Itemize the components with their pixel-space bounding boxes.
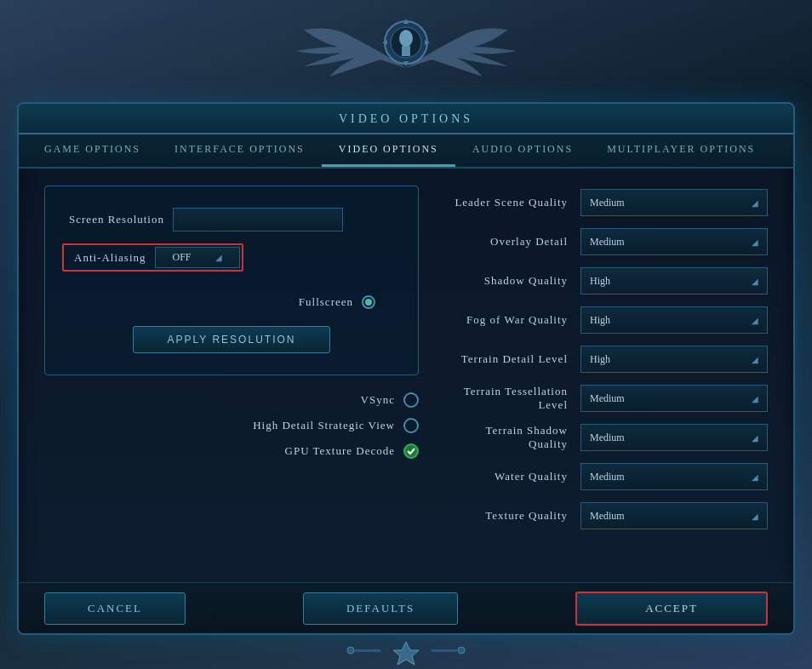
- quality-dropdown-2[interactable]: High: [580, 267, 768, 294]
- apply-resolution-button[interactable]: Apply Resolution: [133, 326, 331, 353]
- left-panel: Screen Resolution Anti-Aliasing OFF Full…: [44, 186, 419, 570]
- high-detail-label: High Detail Strategic View: [253, 419, 395, 432]
- right-panel: Leader Scene Quality Medium Overlay Deta…: [453, 186, 768, 570]
- quality-dropdown-5[interactable]: Medium: [580, 385, 768, 412]
- vsync-checkbox[interactable]: [403, 392, 419, 408]
- svg-point-2: [399, 30, 413, 47]
- vsync-label: VSync: [361, 393, 395, 407]
- tab-multiplayer-options[interactable]: MULTIPLAYER OPTIONS: [590, 134, 772, 167]
- svg-point-10: [458, 647, 465, 654]
- quality-label-0: Leader Scene Quality: [453, 196, 568, 209]
- bottom-decoration: [0, 635, 812, 669]
- accept-button[interactable]: Accept: [575, 592, 768, 626]
- quality-row-1: Overlay Detail Medium: [453, 225, 768, 259]
- screen-resolution-input[interactable]: [173, 208, 343, 232]
- fullscreen-radio[interactable]: [362, 295, 375, 309]
- high-detail-checkbox[interactable]: [403, 418, 419, 433]
- gpu-texture-label: GPU Texture Decode: [285, 444, 395, 458]
- content-area: Screen Resolution Anti-Aliasing OFF Full…: [19, 169, 793, 587]
- hero-area: [0, 0, 812, 106]
- quality-row-7: Water Quality Medium: [453, 460, 768, 494]
- title-bar: VIDEO OPTIONS: [19, 104, 793, 134]
- cancel-button[interactable]: Cancel: [44, 592, 186, 625]
- quality-label-6: Terrain Shadow Quality: [453, 424, 568, 451]
- checkbox-section: VSync High Detail Strategic View: [44, 392, 419, 459]
- defaults-button[interactable]: Defaults: [303, 592, 458, 625]
- svg-point-9: [347, 647, 354, 654]
- nav-tabs: GAME OPTIONS INTERFACE OPTIONS VIDEO OPT…: [19, 134, 793, 169]
- quality-row-5: Terrain Tessellation Level Medium: [453, 381, 768, 415]
- svg-rect-8: [432, 649, 457, 652]
- quality-dropdown-3[interactable]: High: [580, 306, 768, 334]
- screen-resolution-row: Screen Resolution: [62, 208, 401, 232]
- quality-dropdown-8[interactable]: Medium: [580, 502, 768, 529]
- quality-row-6: Terrain Shadow Quality Medium: [453, 420, 768, 455]
- fullscreen-row: Fullscreen: [62, 295, 401, 309]
- quality-label-1: Overlay Detail: [453, 235, 568, 249]
- svg-rect-3: [402, 46, 410, 56]
- screen-resolution-label: Screen Resolution: [62, 213, 164, 226]
- svg-point-6: [404, 444, 418, 458]
- quality-label-7: Water Quality: [453, 470, 568, 483]
- quality-dropdown-6[interactable]: Medium: [580, 424, 768, 451]
- main-panel: VIDEO OPTIONS GAME OPTIONS INTERFACE OPT…: [17, 102, 795, 635]
- quality-dropdown-7[interactable]: Medium: [580, 463, 768, 490]
- resolution-box: Screen Resolution Anti-Aliasing OFF Full…: [44, 186, 419, 375]
- vsync-row: VSync: [61, 392, 419, 408]
- anti-aliasing-row[interactable]: Anti-Aliasing OFF: [62, 243, 243, 272]
- bottom-emblem: [321, 638, 491, 667]
- anti-aliasing-dropdown[interactable]: OFF: [155, 247, 240, 268]
- fullscreen-label: Fullscreen: [299, 295, 353, 309]
- quality-row-2: Shadow Quality High: [453, 264, 768, 298]
- svg-rect-7: [355, 649, 380, 652]
- tab-video-options[interactable]: VIDEO OPTIONS: [322, 134, 455, 167]
- quality-dropdown-4[interactable]: High: [580, 346, 768, 373]
- quality-label-2: Shadow Quality: [453, 274, 568, 288]
- wings-decoration: [278, 9, 534, 85]
- high-detail-row: High Detail Strategic View: [61, 418, 419, 433]
- quality-label-3: Fog of War Quality: [453, 313, 568, 327]
- quality-dropdown-0[interactable]: Medium: [580, 189, 768, 216]
- quality-label-5: Terrain Tessellation Level: [453, 385, 568, 412]
- svg-point-4: [404, 393, 418, 407]
- bottom-bar: Cancel Defaults Accept: [19, 582, 793, 633]
- quality-row-0: Leader Scene Quality Medium: [453, 186, 768, 220]
- quality-row-8: Texture Quality Medium: [453, 499, 768, 533]
- dialog-title: VIDEO OPTIONS: [339, 112, 473, 125]
- quality-row-4: Terrain Detail Level High: [453, 342, 768, 376]
- tab-interface-options[interactable]: INTERFACE OPTIONS: [157, 134, 322, 167]
- anti-aliasing-label: Anti-Aliasing: [66, 248, 155, 268]
- gpu-texture-checkbox[interactable]: [403, 443, 419, 459]
- quality-label-8: Texture Quality: [453, 509, 568, 523]
- tab-game-options[interactable]: GAME OPTIONS: [27, 134, 157, 167]
- quality-row-3: Fog of War Quality High: [453, 303, 768, 337]
- quality-dropdown-1[interactable]: Medium: [580, 228, 768, 255]
- quality-label-4: Terrain Detail Level: [453, 352, 568, 366]
- gpu-texture-row: GPU Texture Decode: [61, 443, 419, 459]
- svg-point-5: [404, 419, 418, 432]
- tab-audio-options[interactable]: AUDIO OPTIONS: [455, 134, 590, 167]
